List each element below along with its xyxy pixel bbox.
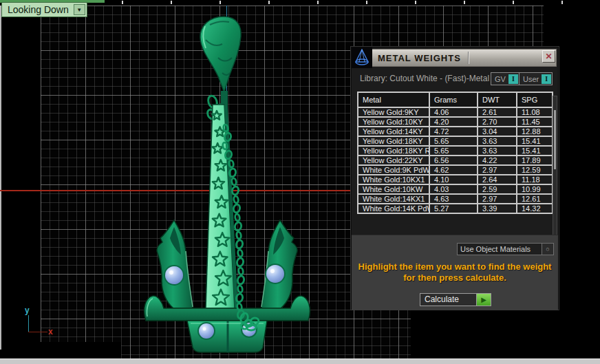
chain-link — [228, 168, 237, 178]
col-header-metal[interactable]: Metal — [358, 92, 429, 107]
col-header-dwt[interactable]: DWT — [478, 92, 517, 107]
chain-link — [237, 286, 243, 293]
chain-link — [228, 160, 234, 168]
ruler-tick — [122, 1, 123, 4]
cell-grams[interactable]: 6.56 — [429, 156, 478, 165]
axis-y-line — [28, 315, 29, 332]
cell-dwt[interactable]: 2.61 — [478, 107, 517, 117]
cell-spg[interactable]: 11.08 — [517, 107, 553, 117]
cell-dwt[interactable]: 3.04 — [478, 127, 517, 136]
cell-dwt[interactable]: 2.97 — [478, 194, 517, 204]
close-icon[interactable]: ✕ — [542, 50, 555, 63]
viewport-view-selector[interactable]: Looking Down ▼ — [1, 2, 87, 17]
viewport-black-corner — [0, 342, 121, 359]
table-row[interactable]: Yellow Gold:18KY R... 5.65 3.63 15.41 — [358, 146, 553, 156]
user-toggle-button[interactable]: User I — [519, 72, 553, 85]
user-label: User — [520, 75, 542, 83]
cell-metal[interactable]: Yellow Gold:18KY — [358, 136, 429, 146]
cell-spg[interactable]: 12.59 — [517, 165, 553, 175]
table-row[interactable]: Yellow Gold:9KY 4.06 2.61 11.08 — [358, 107, 553, 117]
dialog-titlebar[interactable]: METAL WEIGHTS — [372, 49, 557, 67]
cell-dwt[interactable]: 2.97 — [478, 165, 517, 175]
cell-grams[interactable]: 5.65 — [429, 146, 478, 156]
calculate-button[interactable]: Calculate — [420, 294, 476, 306]
chain-link — [236, 232, 242, 239]
cell-spg[interactable]: 15.41 — [517, 136, 553, 146]
cell-grams[interactable]: 5.65 — [429, 136, 478, 146]
cell-spg[interactable]: 11.45 — [517, 117, 553, 127]
table-row[interactable]: White Gold:10KW 4.03 2.59 10.99 — [358, 184, 553, 194]
table-row[interactable]: White Gold:14K PdW 5.27 3.39 14.32 — [358, 204, 553, 213]
col-header-grams[interactable]: Grams — [429, 92, 478, 107]
dropdown-circle-icon[interactable]: ○ — [542, 244, 553, 255]
cell-metal[interactable]: White Gold:10KX1 — [358, 175, 429, 184]
titlebar-groove — [468, 52, 469, 64]
chain-link — [234, 222, 242, 231]
col-header-spg[interactable]: SPG — [517, 92, 553, 107]
cell-spg[interactable]: 12.61 — [517, 194, 553, 204]
user-toggle-icon[interactable]: I — [542, 74, 551, 84]
ruler-tick — [317, 1, 319, 4]
table-row[interactable]: White Gold:14KX1 4.63 2.97 12.61 — [358, 194, 553, 204]
calculate-control[interactable]: Calculate ▶ — [420, 293, 491, 306]
materials-dropdown[interactable]: Use Object Materials ○ — [457, 243, 554, 255]
cell-grams[interactable]: 4.20 — [429, 117, 478, 127]
cell-grams[interactable]: 4.03 — [429, 184, 478, 194]
cell-dwt[interactable]: 3.63 — [478, 146, 517, 156]
axis-y-label: y — [25, 306, 30, 315]
cell-metal[interactable]: Yellow Gold:22KY — [358, 156, 429, 165]
pendant-bail — [200, 17, 241, 106]
cell-metal[interactable]: White Gold:14KX1 — [358, 194, 429, 204]
cell-dwt[interactable]: 2.70 — [478, 117, 517, 127]
gv-toggle-icon[interactable]: I — [508, 74, 518, 84]
chain-link — [237, 250, 243, 257]
cell-metal[interactable]: White Gold:14K PdW — [358, 204, 429, 213]
cell-dwt[interactable]: 3.63 — [478, 136, 517, 146]
instruction-text: Highlight the item you want to find the … — [352, 261, 558, 283]
cell-dwt[interactable]: 4.22 — [478, 156, 517, 165]
cell-grams[interactable]: 4.10 — [429, 175, 478, 184]
anchor-pendant-model[interactable] — [134, 12, 327, 356]
chain-link — [231, 186, 239, 195]
cell-metal[interactable]: Yellow Gold:10KY — [358, 117, 429, 127]
cell-metal[interactable]: Yellow Gold:18KY R... — [358, 146, 429, 156]
metal-weights-dialog: METAL WEIGHTS ✕ Library: Cutout White - … — [351, 47, 559, 310]
table-row[interactable]: Yellow Gold:10KY 4.20 2.70 11.45 — [358, 117, 553, 127]
table-row[interactable]: Yellow Gold:14KY 4.72 3.04 12.88 — [358, 127, 553, 136]
table-row[interactable]: Yellow Gold:22KY 6.56 4.22 17.89 — [358, 156, 553, 165]
instruction-line2: for then press calculate. — [352, 272, 558, 283]
table-row[interactable]: Yellow Gold:18KY 5.65 3.63 15.41 — [358, 136, 553, 146]
ruler-tick — [171, 1, 172, 4]
cell-metal[interactable]: White Gold:10KW — [358, 184, 429, 194]
cell-grams[interactable]: 4.63 — [429, 194, 478, 204]
table-header-row: Metal Grams DWT SPG — [358, 92, 553, 107]
cell-dwt[interactable]: 2.64 — [478, 175, 517, 184]
table-row[interactable]: White Gold:10KX1 4.10 2.64 11.18 — [358, 175, 553, 184]
cell-grams[interactable]: 4.72 — [429, 127, 478, 136]
cell-dwt[interactable]: 3.39 — [478, 204, 517, 213]
table-row[interactable]: White Gold:9K PdW 4.62 2.97 12.59 — [358, 165, 553, 175]
anchor-fluke-left — [157, 220, 193, 308]
cell-metal[interactable]: Yellow Gold:14KY — [358, 127, 429, 136]
scrollbar-thumb[interactable] — [554, 110, 556, 169]
cell-spg[interactable]: 15.41 — [517, 146, 553, 156]
cell-grams[interactable]: 5.27 — [429, 204, 478, 213]
cell-dwt[interactable]: 2.59 — [478, 184, 517, 194]
cell-spg[interactable]: 12.88 — [517, 127, 553, 136]
cell-spg[interactable]: 10.99 — [517, 184, 553, 194]
axis-x-line — [28, 332, 47, 332]
axis-x-label: x — [48, 327, 53, 336]
cell-metal[interactable]: Yellow Gold:9KY — [358, 107, 429, 117]
gv-toggle-button[interactable]: GV I — [491, 72, 519, 85]
cell-spg[interactable]: 17.89 — [517, 156, 553, 165]
chain-link — [235, 293, 244, 303]
cell-spg[interactable]: 11.18 — [517, 175, 553, 184]
cell-grams[interactable]: 4.62 — [429, 165, 478, 175]
cell-spg[interactable]: 14.32 — [517, 204, 553, 213]
cell-grams[interactable]: 4.06 — [429, 107, 478, 117]
chain-link — [233, 196, 239, 204]
calculate-arrow-icon[interactable]: ▶ — [476, 294, 491, 306]
cell-metal[interactable]: White Gold:9K PdW — [358, 165, 429, 175]
chevron-down-icon[interactable]: ▼ — [74, 4, 85, 15]
chain-link — [236, 257, 244, 267]
